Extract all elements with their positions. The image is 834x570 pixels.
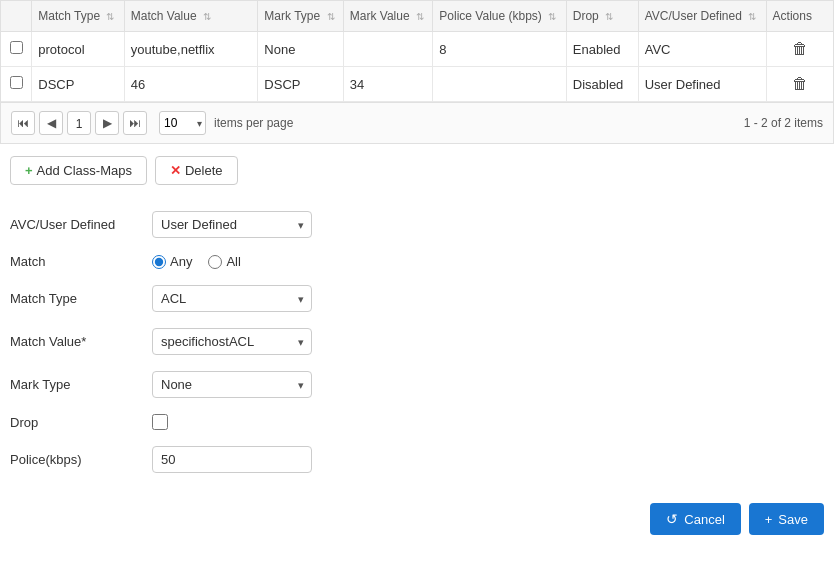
row1-mark-value <box>343 32 433 67</box>
match-type-dropdown-wrapper: ACLProtocolDSCP <box>152 285 312 312</box>
col-header-police-value: Police Value (kbps) ⇅ <box>433 1 566 32</box>
table-wrapper: Match Type ⇅ Match Value ⇅ Mark Type ⇅ M… <box>0 0 834 102</box>
col-header-actions: Actions <box>766 1 833 32</box>
prev-page-button[interactable]: ◀ <box>39 111 63 135</box>
sort-icon-mark-type[interactable]: ⇅ <box>327 11 335 22</box>
row2-enabled: Disabled <box>566 67 638 102</box>
mark-type-label: Mark Type <box>10 377 140 392</box>
row1-match-value: youtube,netflix <box>124 32 258 67</box>
row1-actions-cell: 🗑 <box>766 32 833 67</box>
per-page-dropdown-wrapper: 102550100 <box>159 111 206 135</box>
total-items-label: 1 - 2 of 2 items <box>744 116 823 130</box>
match-type-label: Match Type <box>10 291 140 306</box>
table-row: DSCP 46 DSCP 34 Disabled User Defined 🗑 <box>1 67 833 102</box>
row2-delete-icon[interactable]: 🗑 <box>792 75 808 92</box>
add-icon: + <box>25 163 33 178</box>
per-page-select[interactable]: 102550100 <box>159 111 206 135</box>
class-maps-table: Match Type ⇅ Match Value ⇅ Mark Type ⇅ M… <box>1 1 833 102</box>
sort-icon-police-value[interactable]: ⇅ <box>548 11 556 22</box>
drop-label: Drop <box>10 415 140 430</box>
sort-icon-drop[interactable]: ⇅ <box>605 11 613 22</box>
sort-icon-match-type[interactable]: ⇅ <box>106 11 114 22</box>
mark-type-control: NoneDSCPCoS <box>152 371 312 398</box>
row2-police-value <box>433 67 566 102</box>
save-icon: + <box>765 512 773 527</box>
match-type-select[interactable]: ACLProtocolDSCP <box>152 285 312 312</box>
match-radio-group: Any All <box>152 254 241 269</box>
form-section: AVC/User Defined User DefinedAVC Match A… <box>0 197 834 491</box>
form-row-match: Match Any All <box>10 246 824 277</box>
match-value-dropdown-wrapper: specifichostACLanotherACL <box>152 328 312 355</box>
row1-checkbox-cell <box>1 32 32 67</box>
match-any-text: Any <box>170 254 192 269</box>
police-input[interactable] <box>152 446 312 473</box>
col-header-drop: Drop ⇅ <box>566 1 638 32</box>
row2-actions-cell: 🗑 <box>766 67 833 102</box>
col-header-mark-value: Mark Value ⇅ <box>343 1 433 32</box>
match-all-text: All <box>226 254 240 269</box>
match-value-control: specifichostACLanotherACL <box>152 328 312 355</box>
delete-button[interactable]: ✕ Delete <box>155 156 238 185</box>
form-row-drop: Drop <box>10 406 824 438</box>
row2-mark-value: 34 <box>343 67 433 102</box>
sort-icon-match-value[interactable]: ⇅ <box>203 11 211 22</box>
sort-icon-avc[interactable]: ⇅ <box>748 11 756 22</box>
row2-checkbox-cell <box>1 67 32 102</box>
match-value-select[interactable]: specifichostACLanotherACL <box>152 328 312 355</box>
match-type-control: ACLProtocolDSCP <box>152 285 312 312</box>
items-per-page-label: items per page <box>214 116 293 130</box>
current-page: 1 <box>67 111 91 135</box>
form-row-match-type: Match Type ACLProtocolDSCP <box>10 277 824 320</box>
per-page-select-wrapper: 102550100 items per page <box>159 111 293 135</box>
pagination-bar: ⏮ ◀ 1 ▶ ⏭ 102550100 items per page 1 - 2… <box>0 102 834 144</box>
police-label: Police(kbps) <box>10 452 140 467</box>
next-page-button[interactable]: ▶ <box>95 111 119 135</box>
form-row-mark-type: Mark Type NoneDSCPCoS <box>10 363 824 406</box>
mark-type-dropdown-wrapper: NoneDSCPCoS <box>152 371 312 398</box>
col-header-match-value: Match Value ⇅ <box>124 1 258 32</box>
col-header-avc: AVC/User Defined ⇅ <box>638 1 766 32</box>
drop-control <box>152 414 168 430</box>
row1-delete-icon[interactable]: 🗑 <box>792 40 808 57</box>
col-header-match-type: Match Type ⇅ <box>32 1 124 32</box>
form-row-police: Police(kbps) <box>10 438 824 481</box>
row2-avc: User Defined <box>638 67 766 102</box>
match-any-radio[interactable] <box>152 255 166 269</box>
avc-control: User DefinedAVC <box>152 211 312 238</box>
row2-match-type: DSCP <box>32 67 124 102</box>
match-any-label[interactable]: Any <box>152 254 192 269</box>
form-row-avc: AVC/User Defined User DefinedAVC <box>10 203 824 246</box>
cancel-button[interactable]: ↺ Cancel <box>650 503 740 535</box>
match-value-label: Match Value* <box>10 334 140 349</box>
cancel-icon: ↺ <box>666 511 678 527</box>
row1-enabled: Enabled <box>566 32 638 67</box>
match-label: Match <box>10 254 140 269</box>
delete-x-icon: ✕ <box>170 163 181 178</box>
police-control <box>152 446 312 473</box>
form-row-match-value: Match Value* specifichostACLanotherACL <box>10 320 824 363</box>
row2-checkbox[interactable] <box>10 76 23 89</box>
save-button[interactable]: + Save <box>749 503 824 535</box>
col-header-checkbox <box>1 1 32 32</box>
last-page-button[interactable]: ⏭ <box>123 111 147 135</box>
row1-match-type: protocol <box>32 32 124 67</box>
avc-dropdown-wrapper: User DefinedAVC <box>152 211 312 238</box>
add-class-maps-button[interactable]: + Add Class-Maps <box>10 156 147 185</box>
col-header-mark-type: Mark Type ⇅ <box>258 1 343 32</box>
first-page-button[interactable]: ⏮ <box>11 111 35 135</box>
row1-mark-type: None <box>258 32 343 67</box>
avc-select[interactable]: User DefinedAVC <box>152 211 312 238</box>
mark-type-select[interactable]: NoneDSCPCoS <box>152 371 312 398</box>
row1-checkbox[interactable] <box>10 41 23 54</box>
match-all-radio[interactable] <box>208 255 222 269</box>
action-row: + Add Class-Maps ✕ Delete <box>0 144 834 197</box>
drop-checkbox[interactable] <box>152 414 168 430</box>
avc-label: AVC/User Defined <box>10 217 140 232</box>
match-all-label[interactable]: All <box>208 254 240 269</box>
row2-mark-type: DSCP <box>258 67 343 102</box>
pagination-nav: ⏮ ◀ 1 ▶ ⏭ <box>11 111 147 135</box>
row2-match-value: 46 <box>124 67 258 102</box>
row1-police-value: 8 <box>433 32 566 67</box>
bottom-buttons: ↺ Cancel + Save <box>0 491 834 545</box>
sort-icon-mark-value[interactable]: ⇅ <box>416 11 424 22</box>
